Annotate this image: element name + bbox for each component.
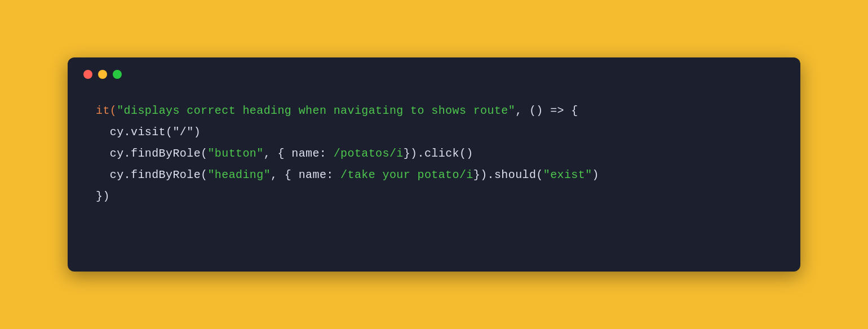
keyword-it: it( — [96, 104, 117, 117]
regex-potatos: /potatos/i — [334, 147, 404, 160]
maximize-dot[interactable] — [113, 70, 122, 79]
regex-potato: /take your potato/i — [340, 168, 473, 181]
code-line-5: }) — [96, 186, 772, 207]
code-line-4: cy.findByRole("heading", { name: /take y… — [96, 164, 772, 186]
string-title: "displays correct heading when navigatin… — [117, 104, 515, 117]
string-exist: "exist" — [543, 168, 592, 181]
find-by-role-4-mid: , { name: — [271, 168, 340, 181]
close-dot[interactable] — [83, 70, 92, 79]
string-heading: "heading" — [207, 168, 271, 181]
code-line-1: it("displays correct heading when naviga… — [96, 100, 772, 122]
find-by-role-3-pre: cy.findByRole( — [96, 147, 207, 160]
find-by-role-3-mid: , { name: — [264, 147, 334, 160]
code-line-2: cy.visit("/") — [96, 122, 772, 143]
should-pre: }).should( — [473, 168, 543, 181]
closing-brace: }) — [96, 190, 110, 203]
minimize-dot[interactable] — [98, 70, 107, 79]
code-window: it("displays correct heading when naviga… — [68, 57, 800, 272]
code-line-3: cy.findByRole("button", { name: /potatos… — [96, 143, 772, 164]
string-button: "button" — [207, 147, 263, 160]
arrow-fn: , () => { — [515, 104, 578, 117]
find-by-role-3-post: }).click() — [404, 147, 473, 160]
cy-visit: cy.visit("/") — [96, 126, 201, 139]
titlebar — [68, 57, 800, 89]
code-block: it("displays correct heading when naviga… — [68, 89, 800, 213]
find-by-role-4-pre: cy.findByRole( — [96, 168, 207, 181]
should-post: ) — [592, 168, 599, 181]
